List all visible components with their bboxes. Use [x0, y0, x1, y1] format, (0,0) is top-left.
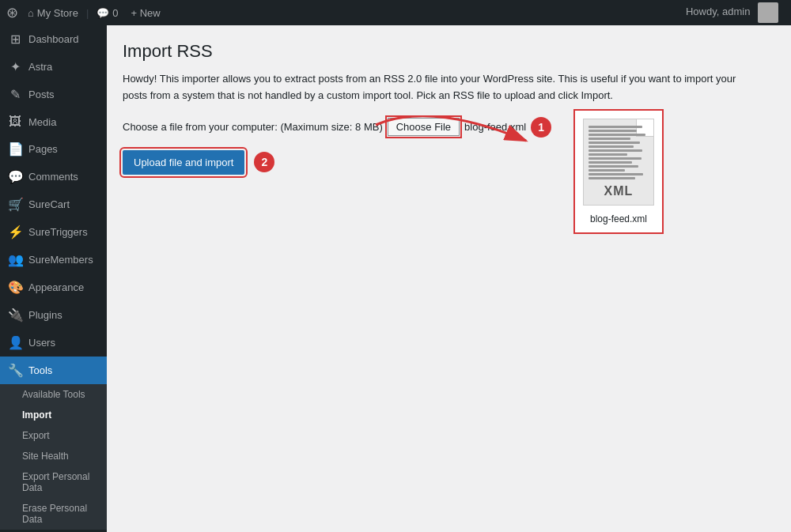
submenu-site-health-label: Site Health	[22, 451, 69, 462]
xml-file-icon: XML	[583, 119, 654, 206]
new-content-link[interactable]: + New	[125, 7, 167, 19]
sidebar-label-astra: Astra	[28, 61, 52, 73]
sidebar-label-surecart: SureCart	[28, 198, 70, 210]
step-1-badge: 1	[531, 117, 551, 138]
comments-count: 0	[112, 7, 118, 19]
sidebar-item-plugins[interactable]: 🔌 Plugins	[0, 301, 107, 329]
xml-filename-label: blog-feed.xml	[590, 213, 647, 224]
users-icon: 👤	[8, 335, 22, 350]
page-title: Import RSS	[123, 41, 775, 62]
sidebar-item-appearance[interactable]: 🎨 Appearance	[0, 274, 107, 301]
file-instruction-label: Choose a file from your computer: (Maxim…	[123, 121, 383, 133]
new-label: + New	[131, 7, 161, 19]
submenu-export-personal-data[interactable]: Export Personal Data	[0, 466, 107, 498]
sidebar-item-suremembers[interactable]: 👥 SureMembers	[0, 246, 107, 274]
sidebar-label-comments: Comments	[28, 171, 78, 183]
interactive-area: Choose a file from your computer: (Maxim…	[123, 117, 775, 206]
sidebar-item-pages[interactable]: 📄 Pages	[0, 135, 107, 163]
sidebar: ⊞ Dashboard ✦ Astra ✎ Posts 🖼 Media 📄 Pa…	[0, 25, 107, 532]
user-info: Howdy, admin	[679, 2, 785, 23]
xml-preview-container: XML blog-feed.xml	[573, 109, 664, 234]
sidebar-item-media[interactable]: 🖼 Media	[0, 108, 107, 135]
site-name-link[interactable]: ⌂ My Store	[21, 7, 85, 19]
sidebar-label-tools: Tools	[28, 364, 52, 376]
xml-icon-body: XML	[583, 119, 654, 206]
sidebar-label-pages: Pages	[28, 143, 58, 155]
home-icon: ⌂	[28, 7, 34, 19]
astra-icon: ✦	[8, 59, 22, 74]
sidebar-label-appearance: Appearance	[28, 281, 84, 293]
submenu-export[interactable]: Export	[0, 425, 107, 446]
sidebar-item-comments[interactable]: 💬 Comments	[0, 163, 107, 191]
sidebar-label-dashboard: Dashboard	[28, 33, 79, 45]
xml-file-box: XML blog-feed.xml	[573, 109, 664, 234]
submenu-site-health[interactable]: Site Health	[0, 446, 107, 466]
submenu-import-label: Import	[22, 409, 51, 421]
wp-logo-icon: ⊛	[6, 4, 18, 21]
sidebar-item-surecart[interactable]: 🛒 SureCart	[0, 191, 107, 218]
sidebar-label-suretriggers: SureTriggers	[28, 226, 88, 238]
submenu-erase-personal-data[interactable]: Erase Personal Data	[0, 498, 107, 530]
plugins-icon: 🔌	[8, 308, 22, 323]
media-icon: 🖼	[8, 115, 22, 129]
sidebar-item-tools[interactable]: 🔧 Tools	[0, 357, 107, 384]
step-2-badge: 2	[254, 152, 274, 172]
file-chooser-row: Choose a file from your computer: (Maxim…	[123, 117, 775, 138]
sidebar-item-posts[interactable]: ✎ Posts	[0, 81, 107, 108]
topbar-separator: |	[86, 7, 89, 19]
site-name-label: My Store	[37, 7, 78, 19]
choose-file-button[interactable]: Choose File	[388, 118, 460, 136]
selected-filename: blog-feed.xml	[464, 121, 526, 133]
upload-file-button[interactable]: Upload file and import	[123, 150, 244, 175]
xml-icon-lines	[589, 126, 649, 181]
xml-type-label: XML	[584, 184, 653, 198]
sidebar-label-plugins: Plugins	[28, 309, 62, 321]
submenu-available-tools[interactable]: Available Tools	[0, 384, 107, 405]
upload-button-row: Upload file and import 2	[123, 150, 775, 175]
sidebar-label-posts: Posts	[28, 89, 55, 100]
sidebar-label-suremembers: SureMembers	[28, 254, 93, 266]
layout: ⊞ Dashboard ✦ Astra ✎ Posts 🖼 Media 📄 Pa…	[0, 25, 791, 532]
submenu-import[interactable]: Import	[0, 405, 107, 425]
pages-icon: 📄	[8, 141, 22, 157]
submenu-erase-personal-data-label: Erase Personal Data	[22, 503, 87, 525]
sidebar-label-media: Media	[28, 116, 56, 128]
comment-icon: 💬	[97, 7, 109, 19]
page-description: Howdy! This importer allows you to extra…	[123, 71, 755, 104]
sidebar-item-astra[interactable]: ✦ Astra	[0, 53, 107, 81]
main-content: Import RSS Howdy! This importer allows y…	[107, 25, 791, 532]
appearance-icon: 🎨	[8, 280, 22, 295]
howdy-label: Howdy, admin	[686, 6, 750, 17]
dashboard-icon: ⊞	[8, 32, 22, 47]
avatar	[758, 2, 778, 23]
sidebar-label-users: Users	[28, 337, 55, 349]
comments-link[interactable]: 💬 0	[90, 7, 124, 19]
submenu-export-personal-data-label: Export Personal Data	[22, 471, 89, 493]
comments-icon: 💬	[8, 169, 22, 184]
sidebar-item-dashboard[interactable]: ⊞ Dashboard	[0, 25, 107, 53]
tools-submenu: Available Tools Import Export Site Healt…	[0, 384, 107, 530]
posts-icon: ✎	[8, 87, 22, 102]
topbar: ⊛ ⌂ My Store | 💬 0 + New Howdy, admin	[0, 0, 791, 25]
suretriggers-icon: ⚡	[8, 224, 22, 240]
submenu-export-label: Export	[22, 430, 50, 441]
sidebar-item-users[interactable]: 👤 Users	[0, 329, 107, 357]
submenu-available-tools-label: Available Tools	[22, 389, 85, 400]
surecart-icon: 🛒	[8, 197, 22, 212]
sidebar-item-suretriggers[interactable]: ⚡ SureTriggers	[0, 218, 107, 246]
tools-icon: 🔧	[8, 363, 22, 378]
suremembers-icon: 👥	[8, 252, 22, 267]
